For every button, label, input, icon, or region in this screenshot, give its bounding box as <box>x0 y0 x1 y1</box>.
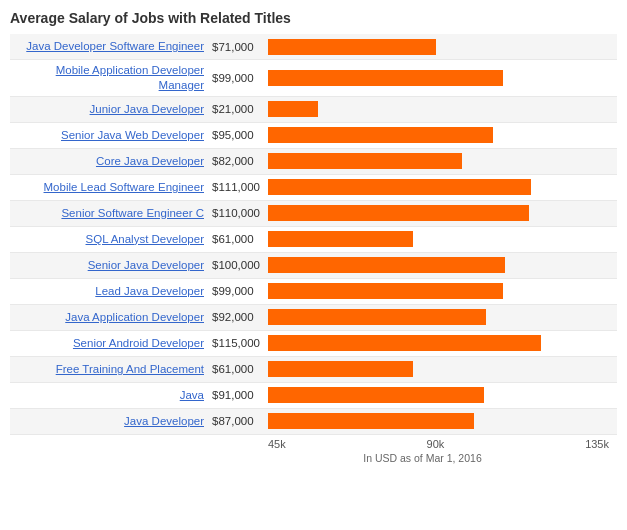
footnote-row: In USD as of Mar 1, 2016 <box>10 452 617 464</box>
table-row: Junior Java Developer$21,000 <box>10 97 617 123</box>
table-row: Core Java Developer$82,000 <box>10 149 617 175</box>
row-salary: $115,000 <box>210 337 268 349</box>
table-row: Java Application Developer$92,000 <box>10 305 617 331</box>
row-label[interactable]: Java Developer Software Engineer <box>10 36 210 57</box>
bar <box>268 309 486 325</box>
bar-area <box>268 205 617 221</box>
bar <box>268 413 474 429</box>
bar <box>268 179 531 195</box>
row-salary: $99,000 <box>210 285 268 297</box>
bar <box>268 39 436 55</box>
row-label[interactable]: Java Application Developer <box>10 307 210 328</box>
row-label[interactable]: Senior Java Web Developer <box>10 125 210 146</box>
row-label[interactable]: Java <box>10 385 210 406</box>
bar <box>268 70 503 86</box>
row-salary: $87,000 <box>210 415 268 427</box>
bar-area <box>268 335 617 351</box>
bar <box>268 257 505 273</box>
bar-area <box>268 413 617 429</box>
axis-label: 45k <box>268 438 286 450</box>
bar <box>268 205 529 221</box>
bar <box>268 387 484 403</box>
row-label[interactable]: Senior Software Engineer C <box>10 203 210 224</box>
bar <box>268 101 318 117</box>
bar-area <box>268 361 617 377</box>
axis-label: 90k <box>427 438 445 450</box>
bar-area <box>268 70 617 86</box>
bar-area <box>268 309 617 325</box>
table-row: Java$91,000 <box>10 383 617 409</box>
axis-labels: 45k90k135k <box>268 438 617 450</box>
row-label[interactable]: Mobile Lead Software Engineer <box>10 177 210 198</box>
row-salary: $61,000 <box>210 233 268 245</box>
row-label[interactable]: Senior Java Developer <box>10 255 210 276</box>
bar-area <box>268 101 617 117</box>
row-salary: $21,000 <box>210 103 268 115</box>
bar-area <box>268 283 617 299</box>
row-salary: $71,000 <box>210 41 268 53</box>
chart-area: Java Developer Software Engineer$71,000M… <box>10 34 617 435</box>
bar <box>268 153 462 169</box>
table-row: Mobile Application Developer Manager$99,… <box>10 60 617 97</box>
table-row: Senior Software Engineer C$110,000 <box>10 201 617 227</box>
row-label[interactable]: Lead Java Developer <box>10 281 210 302</box>
row-salary: $111,000 <box>210 181 268 193</box>
row-salary: $82,000 <box>210 155 268 167</box>
bar-area <box>268 39 617 55</box>
bar <box>268 127 493 143</box>
row-salary: $91,000 <box>210 389 268 401</box>
bar-area <box>268 179 617 195</box>
row-label[interactable]: Mobile Application Developer Manager <box>10 60 210 96</box>
row-salary: $100,000 <box>210 259 268 271</box>
bar-area <box>268 127 617 143</box>
row-salary: $61,000 <box>210 363 268 375</box>
row-label[interactable]: SQL Analyst Developer <box>10 229 210 250</box>
row-label[interactable]: Core Java Developer <box>10 151 210 172</box>
chart-container: Average Salary of Jobs with Related Titl… <box>0 0 627 474</box>
table-row: Free Training And Placement$61,000 <box>10 357 617 383</box>
table-row: Lead Java Developer$99,000 <box>10 279 617 305</box>
footnote-text: In USD as of Mar 1, 2016 <box>268 452 617 464</box>
bar <box>268 335 541 351</box>
bar <box>268 361 413 377</box>
table-row: SQL Analyst Developer$61,000 <box>10 227 617 253</box>
bar-area <box>268 387 617 403</box>
chart-title: Average Salary of Jobs with Related Titl… <box>10 10 617 26</box>
row-label[interactable]: Java Developer <box>10 411 210 432</box>
table-row: Java Developer Software Engineer$71,000 <box>10 34 617 60</box>
row-salary: $92,000 <box>210 311 268 323</box>
row-label[interactable]: Junior Java Developer <box>10 99 210 120</box>
bar <box>268 231 413 247</box>
row-label[interactable]: Senior Android Developer <box>10 333 210 354</box>
axis-row: 45k90k135k <box>10 438 617 450</box>
row-salary: $99,000 <box>210 72 268 84</box>
table-row: Mobile Lead Software Engineer$111,000 <box>10 175 617 201</box>
table-row: Senior Java Web Developer$95,000 <box>10 123 617 149</box>
row-salary: $95,000 <box>210 129 268 141</box>
bar-area <box>268 153 617 169</box>
table-row: Senior Android Developer$115,000 <box>10 331 617 357</box>
row-salary: $110,000 <box>210 207 268 219</box>
bar <box>268 283 503 299</box>
bar-area <box>268 257 617 273</box>
axis-label: 135k <box>585 438 609 450</box>
table-row: Senior Java Developer$100,000 <box>10 253 617 279</box>
row-label[interactable]: Free Training And Placement <box>10 359 210 380</box>
bar-area <box>268 231 617 247</box>
table-row: Java Developer$87,000 <box>10 409 617 435</box>
